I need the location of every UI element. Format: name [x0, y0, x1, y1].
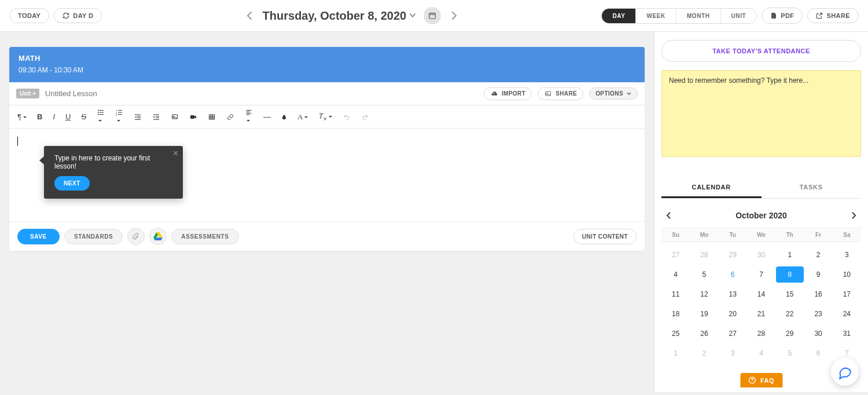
cal-day[interactable]: 3	[833, 247, 861, 263]
tb-color[interactable]	[281, 113, 287, 121]
cal-day[interactable]: 11	[661, 286, 690, 302]
pdf-button[interactable]: PDF	[762, 8, 803, 24]
view-month[interactable]: MONTH	[676, 9, 720, 23]
cal-day[interactable]: 4	[747, 345, 775, 361]
cal-day[interactable]: 1	[775, 247, 804, 263]
date-prev-button[interactable]	[244, 10, 255, 21]
sticky-note[interactable]: Need to remember something? Type it here…	[661, 70, 861, 157]
cal-day[interactable]: 2	[690, 345, 718, 361]
tab-tasks[interactable]: TASKS	[762, 178, 862, 198]
cal-day[interactable]: 28	[690, 247, 718, 263]
save-button[interactable]: SAVE	[17, 229, 60, 244]
cal-day[interactable]: 31	[833, 325, 861, 342]
date-title[interactable]: Thursday, October 8, 2020	[263, 9, 416, 23]
cal-prev[interactable]	[661, 209, 676, 222]
attendance-button[interactable]: TAKE TODAY'S ATTENDANCE	[661, 40, 861, 62]
cal-day[interactable]: 3	[719, 345, 747, 361]
cal-day[interactable]: 5	[775, 345, 804, 361]
cal-day[interactable]: 4	[661, 266, 690, 283]
cal-day[interactable]: 6	[719, 266, 747, 283]
cal-day[interactable]: 30	[804, 325, 832, 342]
tb-outdent[interactable]	[134, 114, 142, 120]
cal-day[interactable]: 13	[719, 286, 747, 302]
cal-day[interactable]: 14	[747, 286, 775, 302]
text-cursor	[17, 137, 18, 146]
cal-day[interactable]: 16	[804, 286, 832, 302]
tb-redo[interactable]	[361, 114, 369, 120]
cal-next[interactable]	[847, 209, 861, 222]
cal-day[interactable]: 12	[690, 286, 718, 302]
cal-day[interactable]: 1	[661, 345, 690, 361]
cal-day[interactable]: 29	[775, 325, 804, 342]
cal-day[interactable]: 25	[661, 325, 690, 342]
faq-button[interactable]: FAQ	[740, 373, 782, 387]
lesson-header[interactable]: MATH 09:30 AM - 10:30 AM	[9, 47, 645, 82]
tb-hr[interactable]: —	[263, 112, 271, 121]
cal-day[interactable]: 28	[747, 325, 775, 342]
tb-indent[interactable]	[152, 114, 160, 120]
view-week[interactable]: WEEK	[635, 9, 675, 23]
tb-paragraph[interactable]: ¶	[17, 112, 27, 121]
tb-underline[interactable]: U	[65, 112, 71, 121]
cal-day[interactable]: 20	[719, 306, 747, 322]
tb-italic[interactable]: I	[53, 112, 55, 121]
tb-clearformat[interactable]: T×	[318, 112, 332, 122]
cal-day[interactable]: 21	[747, 306, 775, 322]
unit-content-button[interactable]: UNIT CONTENT	[573, 229, 637, 244]
tab-calendar[interactable]: CALENDAR	[661, 178, 762, 198]
cal-day[interactable]: 26	[690, 325, 718, 342]
lesson-editor[interactable]: × Type in here to create your first less…	[9, 129, 645, 221]
date-calendar-button[interactable]	[424, 7, 441, 24]
cal-day[interactable]: 18	[661, 306, 690, 322]
dayd-button[interactable]: DAY D	[54, 8, 102, 23]
cal-day[interactable]: 5	[690, 266, 718, 283]
assessments-button[interactable]: ASSESSMENTS	[171, 229, 238, 244]
cal-day[interactable]: 30	[747, 247, 775, 263]
view-day[interactable]: DAY	[602, 9, 635, 23]
share-button-top[interactable]: SHARE	[807, 8, 859, 23]
cal-day[interactable]: 27	[719, 325, 747, 342]
tb-ul[interactable]	[97, 109, 105, 125]
tb-ol[interactable]: 123	[115, 109, 123, 125]
cal-day[interactable]: 19	[690, 306, 718, 322]
share-lesson-button[interactable]: SHARE	[538, 87, 583, 100]
today-button[interactable]: TODAY	[9, 8, 49, 23]
cal-dow-cell: Mo	[690, 228, 718, 242]
tb-link[interactable]	[226, 114, 234, 120]
cal-day[interactable]: 10	[833, 266, 861, 283]
tb-table[interactable]	[208, 114, 216, 120]
tb-image[interactable]	[171, 114, 179, 120]
svg-rect-29	[247, 113, 252, 114]
chat-widget[interactable]	[831, 358, 859, 386]
cal-day[interactable]: 7	[747, 266, 775, 283]
import-button[interactable]: IMPORT	[484, 87, 532, 100]
lesson-card: MATH 09:30 AM - 10:30 AM Unit + IMPORT S…	[9, 47, 645, 251]
lesson-title-input[interactable]	[45, 87, 478, 100]
cal-day[interactable]: 9	[804, 266, 832, 283]
gdrive-button[interactable]	[149, 228, 167, 245]
cal-day[interactable]: 15	[775, 286, 804, 302]
cal-day[interactable]: 17	[833, 286, 861, 302]
cal-day[interactable]: 8	[776, 266, 804, 283]
cal-day[interactable]: 23	[804, 306, 832, 322]
cal-day[interactable]: 29	[719, 247, 747, 263]
cal-day[interactable]: 6	[804, 345, 832, 361]
tb-bold[interactable]: B	[37, 112, 42, 121]
options-button[interactable]: OPTIONS	[589, 87, 638, 100]
cal-day[interactable]: 27	[661, 247, 690, 263]
cal-day[interactable]: 22	[775, 306, 804, 322]
tooltip-close[interactable]: ×	[173, 148, 178, 159]
tb-undo[interactable]	[343, 114, 351, 120]
tb-strike[interactable]: S	[81, 112, 86, 121]
view-unit[interactable]: UNIT	[720, 9, 757, 23]
cal-day[interactable]: 2	[804, 247, 832, 263]
standards-button[interactable]: STANDARDS	[64, 229, 123, 244]
tb-align[interactable]	[245, 109, 253, 125]
tooltip-next-button[interactable]: NEXT	[54, 176, 90, 191]
tb-font[interactable]: A	[297, 112, 308, 122]
cal-day[interactable]: 24	[833, 306, 861, 322]
tb-video[interactable]	[189, 114, 197, 120]
unit-chip[interactable]: Unit +	[16, 89, 39, 98]
attachment-button[interactable]	[127, 228, 145, 245]
date-next-button[interactable]	[449, 10, 459, 21]
